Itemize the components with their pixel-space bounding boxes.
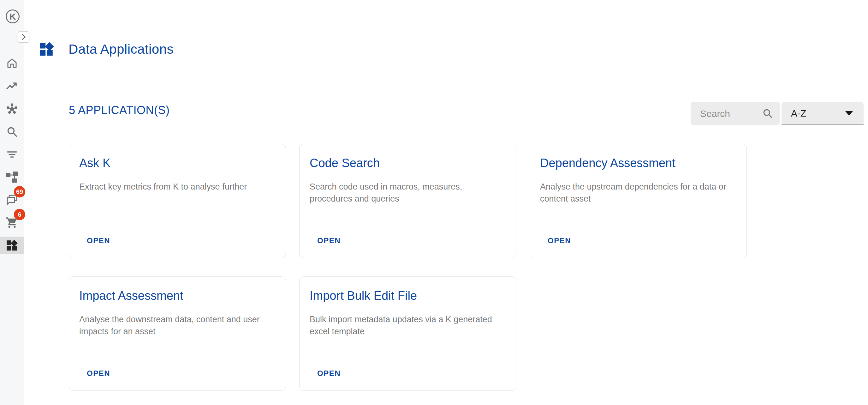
hub-icon [6,103,18,115]
card-description: Analyse the downstream data, content and… [79,313,273,338]
cart-badge: 6 [14,209,25,220]
search-input[interactable] [700,102,761,126]
app-card-code-search: Code Search Search code used in macros, … [299,144,516,258]
apps-dashboard-icon [39,41,55,57]
search-box [691,102,780,125]
app-card-dependency-assessment: Dependency Assessment Analyse the upstre… [530,144,747,258]
sidebar-expand-button[interactable] [18,31,29,42]
page-title: Data Applications [68,41,174,57]
apps-dashboard-icon [6,239,18,252]
app-card-import-bulk-edit-file: Import Bulk Edit File Bulk import metada… [299,277,516,391]
open-button[interactable]: OPEN [542,232,576,249]
card-description: Extract key metrics from K to analyse fu… [79,181,273,193]
applications-count-heading: 5 APPLICATION(S) [69,104,169,117]
app-card-ask-k: Ask K Extract key metrics from K to anal… [69,144,286,258]
schema-tree-icon [6,171,18,183]
search-icon [6,125,18,138]
open-button[interactable]: OPEN [312,365,346,382]
trending-up-icon [6,80,18,92]
home-icon [6,57,18,69]
sidebar-item-cart[interactable]: 6 [0,214,24,232]
sidebar-item-trends[interactable] [0,77,24,95]
sidebar-item-chat[interactable]: 69 [0,191,24,209]
app-logo[interactable]: K [4,7,22,25]
filter-list-icon [6,148,18,161]
card-title: Dependency Assessment [540,155,736,171]
card-title: Import Bulk Edit File [310,288,506,303]
card-description: Analyse the upstream dependencies for a … [540,181,734,205]
sort-selected-value: A-Z [791,108,806,119]
open-button[interactable]: OPEN [82,232,115,249]
card-title: Impact Assessment [79,288,276,303]
applications-grid: Ask K Extract key metrics from K to anal… [69,144,747,391]
card-description: Bulk import metadata updates via a K gen… [310,313,503,338]
sidebar-collapse-divider [1,37,18,37]
card-title: Code Search [310,155,506,171]
app-card-impact-assessment: Impact Assessment Analyse the downstream… [69,277,286,391]
sidebar-item-search[interactable] [0,123,24,141]
chevron-down-icon [845,111,853,116]
main-content: Data Applications 5 APPLICATION(S) A-Z A… [24,0,868,405]
sidebar-item-home[interactable] [0,54,24,72]
sort-select[interactable]: A-Z [781,102,864,125]
search-icon [762,108,773,119]
card-title: Ask K [79,155,276,171]
page-header: Data Applications [39,41,174,57]
open-button[interactable]: OPEN [312,232,346,249]
chevron-right-icon [18,31,29,42]
sidebar: K [0,0,24,405]
sidebar-item-lineage[interactable] [0,168,24,186]
sidebar-item-filter[interactable] [0,146,24,163]
sidebar-item-hub[interactable] [0,100,24,117]
card-description: Search code used in macros, measures, pr… [310,181,503,205]
chat-badge: 69 [14,186,25,198]
svg-text:K: K [9,12,16,22]
sidebar-item-data-applications[interactable] [0,237,24,254]
k-logo-icon: K [4,7,22,25]
open-button[interactable]: OPEN [82,365,115,382]
